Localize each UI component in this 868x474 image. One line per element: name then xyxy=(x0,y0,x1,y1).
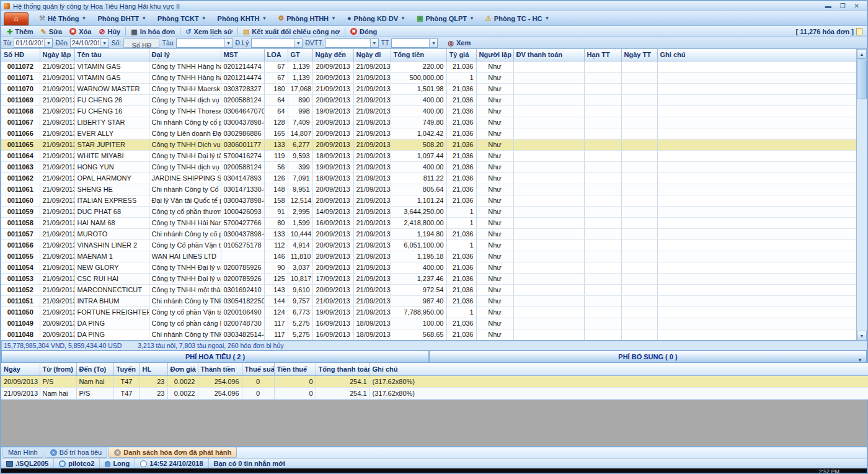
table-cell[interactable]: 21/09/2013 xyxy=(353,195,391,206)
table-cell[interactable]: MAENAM 1 xyxy=(74,251,149,262)
table-cell[interactable] xyxy=(657,161,859,172)
table-cell[interactable] xyxy=(657,150,859,161)
pilot-fee-panel-header[interactable]: PHÍ HOA TIÊU ( 2 ) xyxy=(1,351,429,363)
table-cell[interactable]: INTRA BHUM xyxy=(74,295,149,306)
table-cell[interactable]: 0200588124 xyxy=(221,94,264,105)
table-cell[interactable]: 20/09/2013 xyxy=(312,228,353,239)
detail-table-cell[interactable]: 20/09/2013 xyxy=(1,375,40,387)
s-a-button[interactable]: ✎Sửa xyxy=(37,27,66,37)
table-cell[interactable]: 7,409 xyxy=(288,117,312,128)
table-cell[interactable]: 12,514 xyxy=(288,195,312,206)
table-cell[interactable]: 0011058 xyxy=(1,217,40,228)
vertical-scrollbar[interactable]: ▲ ▼ xyxy=(856,49,867,341)
table-cell[interactable]: 0201214474 xyxy=(221,61,264,72)
table-cell[interactable] xyxy=(657,128,859,139)
table-cell[interactable]: DA PING xyxy=(74,329,149,340)
table-cell[interactable]: 0306001177 xyxy=(221,139,264,150)
table-cell[interactable] xyxy=(657,239,859,251)
table-cell[interactable]: 1,042.42 xyxy=(391,128,446,139)
table-cell[interactable]: 10,817 xyxy=(288,273,312,284)
table-cell[interactable]: 0011059 xyxy=(1,206,40,217)
restore-button[interactable]: ❐ xyxy=(840,2,846,10)
scrollbar-thumb[interactable] xyxy=(857,60,867,99)
k-t-xu-t-i-chi-u-c-ng-n--button[interactable]: ▤Kết xuất đối chiếu công nợ xyxy=(239,27,343,37)
table-row[interactable]: 001106321/09/2013HONG YUNCông ty TNHH dị… xyxy=(1,161,859,172)
agent-input[interactable] xyxy=(252,39,294,47)
table-cell[interactable] xyxy=(584,306,621,318)
table-cell[interactable]: Như xyxy=(476,83,513,94)
table-cell[interactable]: 21,036 xyxy=(446,161,476,172)
table-cell[interactable]: 0304147893 xyxy=(221,172,264,184)
table-cell[interactable]: 20/09/2013 xyxy=(312,117,353,128)
table-cell[interactable]: SHENG HE xyxy=(74,184,149,195)
table-cell[interactable]: Như xyxy=(476,150,513,161)
table-cell[interactable]: 0011056 xyxy=(1,239,40,251)
table-cell[interactable]: WARNOW MASTER xyxy=(74,83,149,94)
table-cell[interactable]: 21/09/2013 xyxy=(353,206,391,217)
table-cell[interactable]: 400.00 xyxy=(391,262,446,273)
table-cell[interactable]: 9,593 xyxy=(288,150,312,161)
table-row[interactable]: 001106221/09/2013OPAL HARMONYJARDINE SHI… xyxy=(1,172,859,184)
table-cell[interactable]: Như xyxy=(476,195,513,206)
table-cell[interactable]: FORTUNE FREIGHTER xyxy=(74,306,149,318)
table-cell[interactable] xyxy=(584,284,621,295)
column-header[interactable]: Số HĐ xyxy=(1,49,40,61)
table-cell[interactable] xyxy=(621,72,657,83)
table-cell[interactable]: 100.00 xyxy=(391,318,446,329)
table-row[interactable]: 001104920/09/2013DA PINGCông ty cổ phần … xyxy=(1,318,859,329)
column-header[interactable]: Người lập xyxy=(476,49,513,61)
table-cell[interactable]: DA PING xyxy=(74,318,149,329)
detail-table-cell[interactable]: Nam hai xyxy=(76,375,113,387)
invoice-number-field[interactable] xyxy=(123,38,159,48)
column-header[interactable]: MST xyxy=(221,49,264,61)
table-cell[interactable] xyxy=(621,128,657,139)
table-cell[interactable]: VITAMIN GAS xyxy=(74,61,149,72)
table-cell[interactable]: 21/09/2013 xyxy=(353,273,391,284)
chevron-down-icon[interactable]: ▼ xyxy=(224,39,232,47)
table-cell[interactable] xyxy=(584,172,621,184)
detail-table-cell[interactable]: 254.1 xyxy=(316,387,370,399)
table-cell[interactable]: 1,501.98 xyxy=(391,83,446,94)
table-cell[interactable] xyxy=(584,329,621,340)
table-cell[interactable]: 1 xyxy=(446,217,476,228)
column-header[interactable]: GT xyxy=(288,49,312,61)
table-cell[interactable] xyxy=(584,273,621,284)
table-cell[interactable]: 124 xyxy=(264,306,288,318)
table-cell[interactable]: 0011050 xyxy=(1,306,40,318)
table-cell[interactable]: 0200785926 xyxy=(221,273,264,284)
table-cell[interactable]: 0200106490 xyxy=(221,306,264,318)
table-cell[interactable] xyxy=(584,217,621,228)
table-cell[interactable]: 399 xyxy=(288,161,312,172)
table-cell[interactable]: Như xyxy=(476,172,513,184)
chevron-down-icon[interactable]: ▼ xyxy=(370,39,378,47)
table-cell[interactable]: Công ty TNHH Hải Nam - Q... xyxy=(149,217,221,228)
table-cell[interactable]: 987.40 xyxy=(391,295,446,306)
table-cell[interactable] xyxy=(513,329,584,340)
detail-table-cell[interactable]: 0 xyxy=(274,375,316,387)
table-cell[interactable] xyxy=(513,273,584,284)
from-date-field[interactable]: ▼ xyxy=(14,38,53,48)
table-cell[interactable]: Như xyxy=(476,295,513,306)
table-row[interactable]: 001105721/09/2013MUROTOChi nhánh Công ty… xyxy=(1,228,859,239)
table-cell[interactable] xyxy=(584,72,621,83)
detail-table-cell[interactable]: 0.0022 xyxy=(167,387,198,399)
table-row[interactable]: 001105621/09/2013VINASHIN LINER 2Công ty… xyxy=(1,239,859,251)
table-row[interactable]: 001105321/09/2013CSC RUI HAICông ty TNHH… xyxy=(1,273,859,284)
table-cell[interactable] xyxy=(221,251,264,262)
detail-table-cell[interactable]: 0 xyxy=(242,387,274,399)
table-cell[interactable]: 9,610 xyxy=(288,284,312,295)
detail-column-header[interactable]: Tiền thuế xyxy=(274,363,316,375)
table-row[interactable]: 001107021/09/2013WARNOW MASTERCông ty TN… xyxy=(1,83,859,94)
table-cell[interactable]: 4,914 xyxy=(288,239,312,251)
table-cell[interactable] xyxy=(584,94,621,105)
doc-tab-danh-s-ch-h-a-n-ph-t-h-nh[interactable]: ✕Danh sách hóa đơn đã phát hành xyxy=(108,447,237,458)
column-header[interactable]: Ngày lập xyxy=(40,49,74,61)
scroll-down-icon[interactable]: ▼ xyxy=(857,331,867,341)
table-cell[interactable]: 0306464707001 xyxy=(221,105,264,117)
table-cell[interactable] xyxy=(657,318,859,329)
to-date-field[interactable]: ▼ xyxy=(70,38,109,48)
table-cell[interactable] xyxy=(621,117,657,128)
detail-column-header[interactable]: Tuyến xyxy=(113,363,140,375)
table-cell[interactable]: 21/09/2013 xyxy=(353,83,391,94)
table-cell[interactable]: 21/09/2013 xyxy=(40,306,74,318)
